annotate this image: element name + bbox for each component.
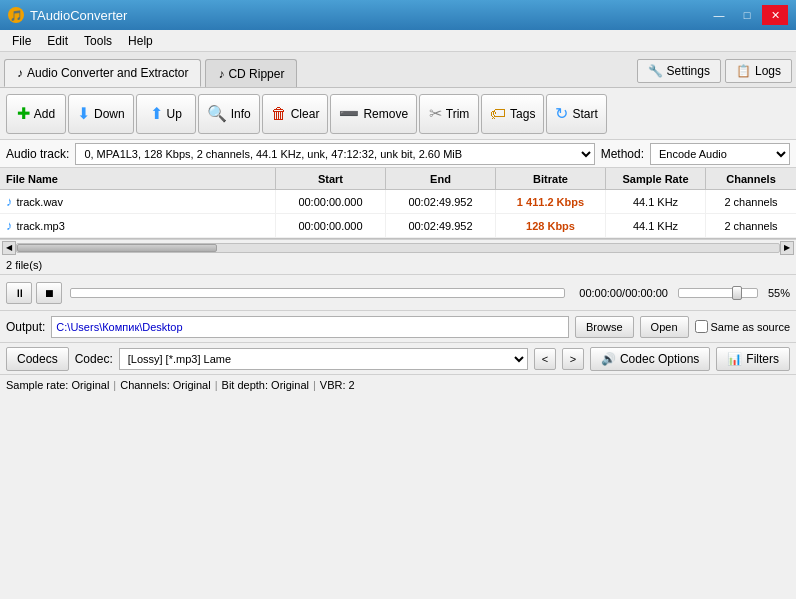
trim-icon: ✂ — [429, 104, 442, 123]
open-button[interactable]: Open — [640, 316, 689, 338]
cell-bitrate-1: 1 411.2 Kbps — [496, 190, 606, 213]
codec-prev-button[interactable]: < — [534, 348, 556, 370]
tab-audio-label: Audio Converter and Extractor — [27, 66, 188, 80]
browse-button[interactable]: Browse — [575, 316, 634, 338]
channels-status: Channels: Original — [120, 379, 211, 391]
start-icon: ↻ — [555, 104, 568, 123]
music-icon-2: ♪ — [6, 218, 13, 233]
hscroll-bar: ◀ ▶ — [0, 239, 796, 255]
clear-icon: 🗑 — [271, 105, 287, 123]
tab-audio-converter[interactable]: ♪ Audio Converter and Extractor — [4, 59, 201, 87]
tags-button[interactable]: 🏷 Tags — [481, 94, 544, 134]
info-icon: 🔍 — [207, 104, 227, 123]
table-row[interactable]: ♪ track.mp3 00:00:00.000 00:02:49.952 12… — [0, 214, 796, 238]
menu-tools[interactable]: Tools — [76, 30, 120, 51]
maximize-button[interactable]: □ — [734, 5, 760, 25]
app-icon: 🎵 — [8, 7, 24, 23]
settings-icon: 🔧 — [648, 64, 663, 78]
trim-button[interactable]: ✂ Trim — [419, 94, 479, 134]
cell-name-1: ♪ track.wav — [0, 190, 276, 213]
menu-file[interactable]: File — [4, 30, 39, 51]
audio-track-row: Audio track: 0, MPA1L3, 128 Kbps, 2 chan… — [0, 140, 796, 168]
remove-icon: ➖ — [339, 104, 359, 123]
codec-next-button[interactable]: > — [562, 348, 584, 370]
cell-start-1: 00:00:00.000 — [276, 190, 386, 213]
add-button[interactable]: ✚ Add — [6, 94, 66, 134]
cell-start-2: 00:00:00.000 — [276, 214, 386, 237]
hscroll-track[interactable] — [16, 243, 780, 253]
tab-cd-label: CD Ripper — [228, 67, 284, 81]
title-bar-left: 🎵 TAudioConverter — [8, 7, 127, 23]
same-source-checkbox[interactable] — [695, 320, 708, 333]
table-row[interactable]: ♪ track.wav 00:00:00.000 00:02:49.952 1 … — [0, 190, 796, 214]
pause-button[interactable]: ⏸ — [6, 282, 32, 304]
remove-button[interactable]: ➖ Remove — [330, 94, 417, 134]
tags-icon: 🏷 — [490, 105, 506, 123]
bit-depth-status: Bit depth: Original — [222, 379, 309, 391]
status-bar: 2 file(s) — [0, 255, 796, 275]
up-button[interactable]: ⬆ Up — [136, 94, 196, 134]
output-path-input[interactable] — [51, 316, 569, 338]
info-button[interactable]: 🔍 Info — [198, 94, 260, 134]
app-title: TAudioConverter — [30, 8, 127, 23]
sample-rate-status: Sample rate: Original — [6, 379, 109, 391]
stop-button[interactable]: ⏹ — [36, 282, 62, 304]
col-header-channels: Channels — [706, 168, 796, 189]
col-header-name: File Name — [0, 168, 276, 189]
title-bar: 🎵 TAudioConverter — □ ✕ — [0, 0, 796, 30]
pause-icon: ⏸ — [14, 287, 25, 299]
audio-track-select[interactable]: 0, MPA1L3, 128 Kbps, 2 channels, 44.1 KH… — [75, 143, 594, 165]
up-icon: ⬆ — [150, 104, 163, 123]
col-header-start: Start — [276, 168, 386, 189]
down-button[interactable]: ⬇ Down — [68, 94, 134, 134]
hscroll-right-arrow[interactable]: ▶ — [780, 241, 794, 255]
method-select[interactable]: Encode Audio — [650, 143, 790, 165]
hscroll-thumb[interactable] — [17, 244, 217, 252]
file-list-header: File Name Start End Bitrate Sample Rate … — [0, 168, 796, 190]
volume-track[interactable] — [678, 288, 758, 298]
col-header-end: End — [386, 168, 496, 189]
logs-button[interactable]: 📋 Logs — [725, 59, 792, 83]
stop-icon: ⏹ — [44, 287, 55, 299]
output-bar: Output: Browse Open Same as source — [0, 311, 796, 343]
tab-cd-ripper[interactable]: ♪ CD Ripper — [205, 59, 297, 87]
toolbar: ✚ Add ⬇ Down ⬆ Up 🔍 Info 🗑 Clear ➖ Remov… — [0, 88, 796, 140]
codec-options-icon: 🔊 — [601, 352, 616, 366]
codec-options-button[interactable]: 🔊 Codec Options — [590, 347, 710, 371]
tab-bar-right: 🔧 Settings 📋 Logs — [637, 59, 792, 83]
menu-help[interactable]: Help — [120, 30, 161, 51]
hscroll-left-arrow[interactable]: ◀ — [2, 241, 16, 255]
method-label: Method: — [601, 147, 644, 161]
sep-3: | — [313, 379, 316, 391]
file-list-body: ♪ track.wav 00:00:00.000 00:02:49.952 1 … — [0, 190, 796, 238]
filters-icon: 📊 — [727, 352, 742, 366]
file-count: 2 file(s) — [6, 259, 42, 271]
sep-1: | — [113, 379, 116, 391]
volume-thumb[interactable] — [732, 286, 742, 300]
tab-cd-icon: ♪ — [218, 67, 224, 81]
cell-samplerate-1: 44.1 KHz — [606, 190, 706, 213]
cell-channels-2: 2 channels — [706, 214, 796, 237]
cell-end-2: 00:02:49.952 — [386, 214, 496, 237]
audio-track-label: Audio track: — [6, 147, 69, 161]
settings-button[interactable]: 🔧 Settings — [637, 59, 721, 83]
codecs-button[interactable]: Codecs — [6, 347, 69, 371]
bottom-status: Sample rate: Original | Channels: Origin… — [0, 375, 796, 395]
same-source-check: Same as source — [695, 320, 790, 333]
filters-button[interactable]: 📊 Filters — [716, 347, 790, 371]
tab-audio-icon: ♪ — [17, 66, 23, 80]
start-button[interactable]: ↻ Start — [546, 94, 606, 134]
codec-bar: Codecs Codec: [Lossy] [*.mp3] Lame < > 🔊… — [0, 343, 796, 375]
tab-bar: ♪ Audio Converter and Extractor ♪ CD Rip… — [0, 52, 796, 88]
cell-samplerate-2: 44.1 KHz — [606, 214, 706, 237]
cell-name-2: ♪ track.mp3 — [0, 214, 276, 237]
close-button[interactable]: ✕ — [762, 5, 788, 25]
minimize-button[interactable]: — — [706, 5, 732, 25]
clear-button[interactable]: 🗑 Clear — [262, 94, 329, 134]
down-icon: ⬇ — [77, 104, 90, 123]
vbr-status: VBR: 2 — [320, 379, 355, 391]
menu-edit[interactable]: Edit — [39, 30, 76, 51]
col-header-samplerate: Sample Rate — [606, 168, 706, 189]
progress-track[interactable] — [70, 288, 565, 298]
codec-select[interactable]: [Lossy] [*.mp3] Lame — [119, 348, 528, 370]
